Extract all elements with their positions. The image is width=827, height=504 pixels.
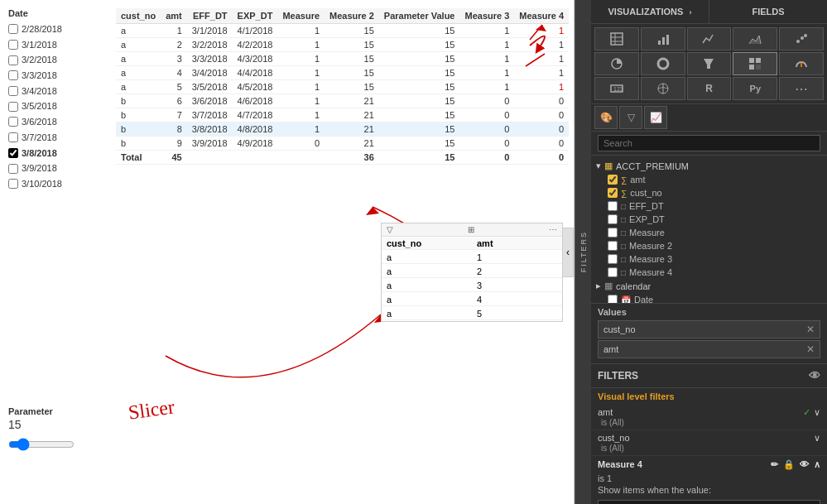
fields-group-calendar-header[interactable]: ▸ ▦ calendar (591, 279, 827, 293)
filter-item-amt[interactable]: amt ✓ ∨ is (All) (591, 405, 827, 430)
lock-icon[interactable]: 🔒 (783, 459, 795, 470)
filters-header: FILTERS 👁 (591, 364, 827, 388)
date-checkbox[interactable] (8, 148, 18, 158)
visual-level-filters-label: Visual level filters (591, 388, 827, 405)
expand-amt-button[interactable]: ∨ (814, 407, 820, 418)
date-panel: Date 2/28/2018 3/1/2018 3/2/2018 3/3/201… (8, 8, 62, 192)
viz-icon-donut[interactable] (641, 52, 685, 75)
values-section: Values cust_no ✕ amt ✕ (591, 303, 827, 363)
eye2-icon[interactable]: 👁 (800, 459, 809, 470)
table-row: a3 (382, 279, 562, 293)
fields-item-amt[interactable]: ∑ amt (591, 173, 827, 186)
date-checkbox[interactable] (8, 117, 18, 127)
fields-item-effdt[interactable]: □ EFF_DT (591, 199, 827, 213)
viz-icons-row2: 🎨 ▽ 📈 (591, 104, 827, 132)
fields-item-measure2[interactable]: □ Measure 2 (591, 239, 827, 252)
fields-item-date[interactable]: 📅 Date (591, 293, 827, 303)
viz-icon-funnel[interactable] (687, 52, 732, 75)
svg-marker-17 (704, 59, 714, 69)
date-checkbox[interactable] (8, 164, 18, 174)
viz-icon-line[interactable] (687, 27, 732, 50)
viz-icon-filter2[interactable]: ▽ (619, 106, 642, 129)
right-panel: VISUALIZATIONS › FIELDS 123 R Py ⋯ 🎨 ▽ 📈 (591, 0, 827, 504)
date-checkbox[interactable] (8, 55, 18, 65)
list-item[interactable]: 3/3/2018 (8, 68, 62, 84)
svg-rect-10 (662, 37, 665, 45)
table-row: a13/1/20184/1/20181151511 (116, 24, 569, 38)
fields-search-input[interactable] (598, 135, 820, 151)
remove-amt-button[interactable]: ✕ (806, 343, 815, 355)
measure4-filter-title: Measure 4 (598, 459, 642, 469)
date-checkbox[interactable] (8, 40, 18, 50)
viz-icon-bar[interactable] (641, 27, 685, 50)
remove-custno-button[interactable]: ✕ (806, 324, 815, 335)
col-header-measure2: Measure 2 (325, 8, 379, 24)
list-item[interactable]: 3/6/2018 (8, 114, 62, 130)
list-item[interactable]: 3/2/2018 (8, 52, 62, 68)
filters-title: FILTERS (598, 370, 638, 382)
col-header-expdt: EXP_DT (233, 8, 278, 24)
filter-condition-select[interactable]: is is not is less than is greater than (598, 500, 820, 505)
fields-item-measure4[interactable]: □ Measure 4 (591, 266, 827, 279)
viz-icon-r[interactable]: R (687, 77, 732, 100)
fields-group-acct-header[interactable]: ▾ ▦ ACCT_PREMIUM (591, 159, 827, 173)
parameter-panel: Parameter 15 (8, 406, 108, 454)
svg-text:123: 123 (613, 86, 623, 92)
list-item[interactable]: 3/4/2018 (8, 84, 62, 99)
fields-item-expdt[interactable]: □ EXP_DT (591, 213, 827, 226)
tab-visualizations[interactable]: VISUALIZATIONS › (591, 0, 709, 23)
list-item[interactable]: 3/9/2018 (8, 161, 62, 176)
filter-description: Show items when the value: (598, 485, 820, 495)
viz-icon-card[interactable]: 123 (594, 77, 639, 100)
fields-group-calendar: ▸ ▦ calendar 📅 Date (591, 279, 827, 303)
date-checkbox[interactable] (8, 102, 18, 112)
date-checkbox[interactable] (8, 70, 18, 80)
eraser-icon[interactable]: ✏ (771, 459, 778, 470)
table-row: a2 (382, 265, 562, 279)
fields-item-measure3[interactable]: □ Measure 3 (591, 252, 827, 266)
values-item-amt[interactable]: amt ✕ (598, 340, 820, 358)
list-item[interactable]: 3/8/2018 (8, 146, 62, 161)
list-item[interactable]: 3/5/2018 (8, 98, 62, 114)
eye-icon[interactable]: 👁 (809, 369, 820, 382)
tab-fields[interactable]: FIELDS (709, 0, 827, 23)
filter-expanded-measure4: Measure 4 ✏ 🔒 👁 ∧ is 1 Show items when t… (591, 456, 827, 505)
parameter-slider[interactable] (8, 438, 75, 451)
filter-item-custno[interactable]: cust_no ∨ is (All) (591, 430, 827, 456)
date-checkbox[interactable] (8, 24, 18, 34)
viz-icon-area[interactable] (733, 27, 777, 50)
expand-custno-button[interactable]: ∨ (814, 433, 820, 444)
collapse-panel-button[interactable]: ‹ (562, 228, 574, 277)
table-icon: ▦ (604, 161, 613, 171)
viz-icon-table[interactable] (594, 27, 639, 50)
fields-item-measure[interactable]: □ Measure (591, 226, 827, 239)
viz-icon-gauge[interactable] (779, 52, 824, 75)
list-item[interactable]: 3/1/2018 (8, 37, 62, 53)
list-item[interactable]: 3/7/2018 (8, 130, 62, 146)
date-checkbox[interactable] (8, 179, 18, 189)
viz-icon-matrix[interactable] (733, 52, 777, 75)
viz-icon-pie[interactable] (594, 52, 639, 75)
viz-icon-more[interactable]: ⋯ (779, 77, 824, 100)
collapse-filter-button[interactable]: ∧ (814, 459, 820, 470)
date-checkbox[interactable] (8, 132, 18, 142)
check-icon: ✓ (803, 407, 810, 418)
list-item[interactable]: 2/28/2018 (8, 22, 62, 37)
svg-marker-2 (366, 207, 379, 215)
list-item[interactable]: 3/10/2018 (8, 176, 62, 192)
viz-icon-map[interactable] (641, 77, 685, 100)
fields-item-custno[interactable]: ∑ cust_no (591, 186, 827, 199)
viz-icon-python[interactable]: Py (733, 77, 777, 100)
svg-rect-18 (749, 58, 754, 63)
svg-rect-21 (756, 65, 761, 70)
date-checkbox[interactable] (8, 86, 18, 96)
viz-icon-scatter[interactable] (779, 27, 824, 50)
viz-icon-paint[interactable]: 🎨 (594, 106, 618, 129)
svg-rect-20 (749, 65, 754, 70)
table-icon: ▦ (604, 281, 613, 291)
table-row: a43/4/20184/4/20181151511 (116, 66, 569, 80)
values-item-custno[interactable]: cust_no ✕ (598, 320, 820, 338)
svg-point-16 (658, 59, 668, 69)
viz-icon-analytics[interactable]: 📈 (644, 106, 667, 129)
col-header-custno: cust_no (116, 8, 161, 24)
